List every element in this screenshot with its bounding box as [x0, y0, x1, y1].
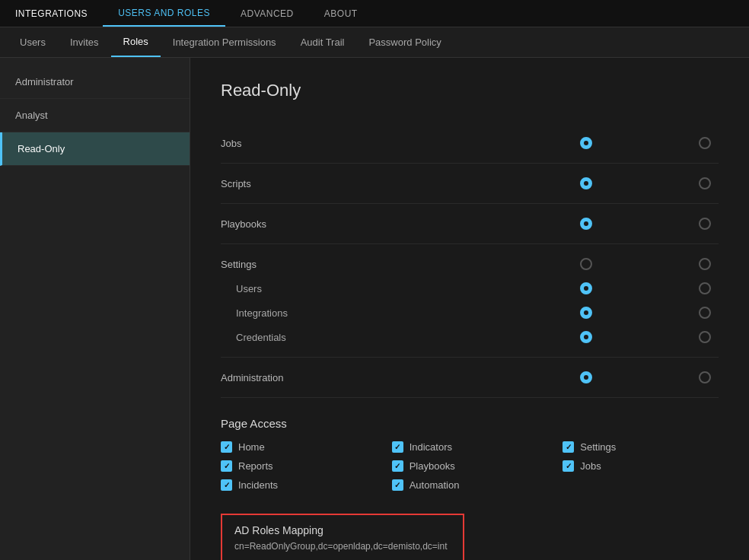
radio-group-settings	[580, 258, 711, 270]
page-access-label-indicators: Indicators	[410, 441, 452, 453]
radio-settings-read[interactable]	[580, 258, 592, 270]
permission-row-credentials: Credentials	[221, 325, 719, 349]
radio-playbooks-read[interactable]	[580, 218, 592, 230]
sub-navigation: Users Invites Roles Integration Permissi…	[0, 27, 749, 58]
ad-mapping-section: AD Roles Mapping cn=ReadOnlyGroup,dc=ope…	[221, 514, 464, 560]
permission-label-playbooks: Playbooks	[221, 218, 580, 230]
permission-row-users: Users	[221, 276, 719, 301]
page-access-indicators: Indicators	[392, 441, 548, 453]
radio-scripts-read[interactable]	[580, 177, 592, 189]
radio-settings-write[interactable]	[699, 258, 711, 270]
radio-users-write[interactable]	[699, 282, 711, 294]
permission-row-playbooks: Playbooks	[221, 212, 719, 236]
page-access-automation: Automation	[392, 479, 548, 491]
page-access-playbooks: Playbooks	[392, 460, 548, 472]
permission-label-jobs: Jobs	[221, 138, 580, 149]
radio-integrations-read[interactable]	[580, 307, 592, 319]
page-access-label-playbooks: Playbooks	[410, 460, 455, 472]
permission-row-settings: Settings	[221, 252, 719, 276]
page-access-label-reports: Reports	[238, 460, 273, 472]
sub-nav-password-policy[interactable]: Password Policy	[356, 27, 453, 57]
radio-group-administration	[580, 371, 711, 383]
sub-nav-roles[interactable]: Roles	[111, 27, 161, 57]
checkbox-automation[interactable]	[392, 479, 403, 491]
permissions-administration-section: Administration	[221, 358, 719, 398]
page-access-reports: Reports	[221, 460, 377, 472]
radio-jobs-write[interactable]	[699, 137, 711, 149]
sidebar-item-read-only[interactable]: Read-Only	[0, 132, 190, 166]
page-access-title: Page Access	[221, 417, 719, 430]
radio-credentials-write[interactable]	[699, 331, 711, 343]
radio-administration-read[interactable]	[580, 371, 592, 383]
sub-nav-invites[interactable]: Invites	[58, 27, 111, 57]
radio-integrations-write[interactable]	[699, 307, 711, 319]
permissions-jobs-section: Jobs	[221, 123, 719, 164]
permission-label-settings: Settings	[221, 259, 580, 270]
radio-jobs-read[interactable]	[580, 137, 592, 149]
top-nav-users-roles[interactable]: USERS AND ROLES	[103, 0, 225, 27]
radio-group-scripts	[580, 177, 711, 189]
sub-nav-audit-trail[interactable]: Audit Trail	[288, 27, 357, 57]
checkbox-playbooks[interactable]	[392, 460, 403, 472]
permissions-scripts-section: Scripts	[221, 164, 719, 204]
permission-label-administration: Administration	[221, 372, 580, 383]
radio-group-jobs	[580, 137, 711, 149]
sidebar: Administrator Analyst Read-Only	[0, 58, 190, 560]
permissions-settings-section: Settings Users Integrations	[221, 244, 719, 358]
permission-label-scripts: Scripts	[221, 178, 580, 189]
top-nav-about[interactable]: ABOUT	[309, 0, 373, 27]
page-access-label-settings: Settings	[580, 441, 616, 453]
page-access-label-incidents: Incidents	[238, 479, 278, 491]
sidebar-item-administrator[interactable]: Administrator	[0, 65, 190, 99]
permission-row-integrations: Integrations	[221, 301, 719, 325]
page-access-jobs: Jobs	[563, 460, 719, 472]
page-title: Read-Only	[221, 81, 719, 100]
radio-users-read[interactable]	[580, 282, 592, 294]
page-access-label-automation: Automation	[410, 479, 460, 491]
sub-nav-integration-permissions[interactable]: Integration Permissions	[161, 27, 288, 57]
radio-group-credentials	[580, 331, 711, 343]
checkbox-indicators[interactable]	[392, 441, 403, 453]
checkbox-home[interactable]	[221, 441, 232, 453]
page-access-label-home: Home	[238, 441, 265, 453]
radio-group-playbooks	[580, 218, 711, 230]
sub-nav-users[interactable]: Users	[8, 27, 58, 57]
checkbox-reports[interactable]	[221, 460, 232, 472]
radio-group-users	[580, 282, 711, 294]
permission-row-jobs: Jobs	[221, 131, 719, 155]
checkbox-settings[interactable]	[563, 441, 574, 453]
radio-group-integrations	[580, 307, 711, 319]
radio-playbooks-write[interactable]	[699, 218, 711, 230]
ad-mapping-title: AD Roles Mapping	[234, 524, 451, 536]
checkbox-jobs[interactable]	[563, 460, 574, 472]
permissions-playbooks-section: Playbooks	[221, 204, 719, 244]
sidebar-item-analyst[interactable]: Analyst	[0, 99, 190, 132]
top-navigation: INTEGRATIONS USERS AND ROLES ADVANCED AB…	[0, 0, 749, 27]
radio-credentials-read[interactable]	[580, 331, 592, 343]
page-access-settings: Settings	[563, 441, 719, 453]
permission-label-integrations: Integrations	[221, 307, 580, 319]
page-access-incidents: Incidents	[221, 479, 377, 491]
permission-row-administration: Administration	[221, 365, 719, 390]
checkbox-incidents[interactable]	[221, 479, 232, 491]
page-access-grid: Home Indicators Settings Reports Playboo…	[221, 441, 719, 491]
permission-row-scripts: Scripts	[221, 171, 719, 196]
ad-mapping-value[interactable]: cn=ReadOnlyGroup,dc=openldap,dc=demisto,…	[234, 541, 451, 552]
page-access-home: Home	[221, 441, 377, 453]
radio-scripts-write[interactable]	[699, 177, 711, 189]
top-nav-integrations[interactable]: INTEGRATIONS	[0, 0, 103, 27]
content-area: Read-Only Jobs Scripts Playb	[190, 58, 749, 560]
permission-label-credentials: Credentials	[221, 332, 580, 343]
permission-label-users: Users	[221, 283, 580, 294]
main-layout: Administrator Analyst Read-Only Read-Onl…	[0, 58, 749, 560]
page-access-label-jobs: Jobs	[580, 460, 601, 472]
radio-administration-write[interactable]	[699, 371, 711, 383]
top-nav-advanced[interactable]: ADVANCED	[225, 0, 309, 27]
